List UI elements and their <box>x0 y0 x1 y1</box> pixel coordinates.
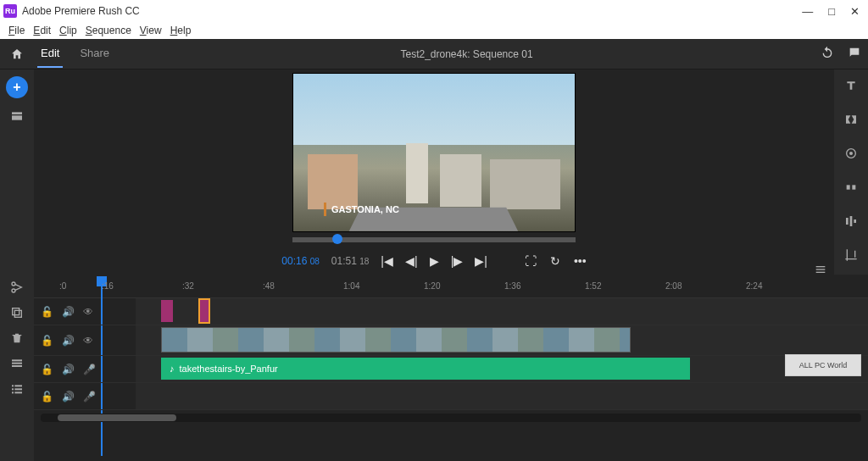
window-maximize[interactable]: □ <box>828 5 835 18</box>
track-lock-button[interactable]: 🔓 <box>41 335 53 347</box>
audio-clip[interactable]: ♪ takethestairs-by_Panfur <box>161 358 690 380</box>
svg-rect-21 <box>12 388 14 390</box>
track-mic-button[interactable]: 🎤 <box>83 364 96 375</box>
track-body-video[interactable] <box>136 325 868 355</box>
transitions-button[interactable] <box>842 110 860 129</box>
track-display-button[interactable] <box>8 356 26 371</box>
titles-button[interactable] <box>842 76 860 95</box>
track-body-title[interactable] <box>136 298 868 325</box>
menu-clip[interactable]: Clip <box>56 25 81 36</box>
total-time: 01:51 18 <box>331 255 370 267</box>
app-title: Adobe Premiere Rush CC <box>22 5 140 17</box>
timeline-ruler[interactable]: :0 :16 :32 :48 1:04 1:20 1:36 1:52 2:08 … <box>34 275 868 298</box>
step-forward-button[interactable]: |▶ <box>451 254 464 268</box>
track-mute-button[interactable]: 🔊 <box>62 391 75 403</box>
track-body-audio[interactable]: ♪ takethestairs-by_Panfur <box>136 356 868 382</box>
ruler-tick: 2:08 <box>665 281 682 291</box>
title-clip-1[interactable] <box>161 300 173 322</box>
delete-button[interactable] <box>8 330 26 346</box>
track-visibility-button[interactable]: 👁 <box>83 335 93 347</box>
track-mic-button[interactable]: 🎤 <box>83 391 96 403</box>
timeline-panel: :0 :16 :32 :48 1:04 1:20 1:36 1:52 2:08 … <box>0 275 868 461</box>
program-monitor: GASTONIA, NC 00:16 08 01:51 18 |◀ ◀| ▶ |… <box>34 69 834 275</box>
menu-edit[interactable]: Edit <box>30 25 54 36</box>
track-mute-button[interactable]: 🔊 <box>62 335 75 347</box>
transform-button[interactable] <box>842 246 860 264</box>
scrub-playhead[interactable] <box>332 234 342 244</box>
menu-file[interactable]: File <box>5 25 28 36</box>
duplicate-icon <box>10 306 24 319</box>
timeline-tracks: 🔓 🔊 👁 🔓 🔊 👁 <box>34 298 868 461</box>
svg-point-3 <box>849 152 853 155</box>
svg-rect-15 <box>14 310 21 317</box>
undo-icon <box>821 46 834 59</box>
go-to-start-button[interactable]: |◀ <box>381 254 393 268</box>
speed-button[interactable] <box>842 178 860 197</box>
play-button[interactable]: ▶ <box>430 254 439 268</box>
tab-edit[interactable]: Edit <box>37 40 63 68</box>
track-lock-button[interactable]: 🔓 <box>41 306 53 318</box>
svg-rect-18 <box>12 365 22 367</box>
panel-icon <box>10 109 24 123</box>
svg-rect-7 <box>850 216 853 226</box>
menu-view[interactable]: View <box>136 25 165 36</box>
more-options-button[interactable]: ••• <box>574 254 587 268</box>
color-button[interactable] <box>842 144 860 163</box>
svg-rect-19 <box>12 385 14 386</box>
svg-rect-23 <box>12 392 14 393</box>
window-minimize[interactable]: — <box>802 5 813 18</box>
add-media-button[interactable]: + <box>6 76 28 98</box>
audio-panel-icon <box>844 214 858 228</box>
undo-button[interactable] <box>821 46 834 63</box>
track-lock-button[interactable]: 🔓 <box>41 391 53 403</box>
go-to-end-button[interactable]: ▶| <box>475 254 487 268</box>
track-video: 🔓 🔊 👁 <box>34 325 868 356</box>
track-visibility-button[interactable]: 👁 <box>83 306 93 318</box>
scrub-bar[interactable] <box>292 237 576 242</box>
music-note-icon: ♪ <box>170 364 175 374</box>
ruler-tick: 1:20 <box>424 281 440 291</box>
svg-rect-5 <box>852 185 855 189</box>
step-back-button[interactable]: ◀| <box>405 254 418 268</box>
tab-share[interactable]: Share <box>76 40 113 68</box>
track-mute-button[interactable]: 🔊 <box>62 306 75 318</box>
duplicate-button[interactable] <box>8 305 26 320</box>
transition-icon <box>844 113 858 126</box>
timeline-scrollbar[interactable] <box>41 414 861 422</box>
title-clip-2-selected[interactable] <box>200 300 209 322</box>
home-button[interactable] <box>7 47 27 61</box>
list-icon <box>10 382 24 396</box>
home-icon <box>10 47 24 61</box>
menu-help[interactable]: Help <box>167 25 195 36</box>
video-clip[interactable] <box>161 327 631 353</box>
svg-rect-16 <box>12 359 22 361</box>
video-preview[interactable]: GASTONIA, NC <box>292 73 576 232</box>
timeline-main: :0 :16 :32 :48 1:04 1:20 1:36 1:52 2:08 … <box>34 275 868 461</box>
scrollbar-thumb[interactable] <box>58 414 176 421</box>
comments-button[interactable] <box>848 46 861 63</box>
audio-button[interactable] <box>842 212 860 230</box>
window-close[interactable]: ✕ <box>850 5 860 18</box>
svg-point-12 <box>12 282 15 286</box>
svg-rect-1 <box>12 115 22 119</box>
svg-rect-4 <box>847 185 850 189</box>
svg-point-13 <box>12 289 15 292</box>
track-audio-1: 🔓 🔊 🎤 ♪ takethestairs-by_Panfur <box>34 356 868 383</box>
window-titlebar: Ru Adobe Premiere Rush CC — □ ✕ <box>0 0 868 22</box>
ruler-tick: :32 <box>182 281 194 291</box>
project-panel-button[interactable] <box>8 108 26 124</box>
content-area: + GASTONIA, NC 00:1 <box>0 69 868 275</box>
menu-sequence[interactable]: Sequence <box>82 25 135 36</box>
loop-button[interactable]: ↻ <box>550 254 560 268</box>
track-mute-button[interactable]: 🔊 <box>62 364 75 375</box>
track-lock-button[interactable]: 🔓 <box>41 364 53 375</box>
fullscreen-button[interactable]: ⛶ <box>525 254 537 268</box>
track-list-button[interactable] <box>8 381 26 397</box>
ruler-tick: 2:24 <box>746 281 762 291</box>
scissors-button[interactable] <box>8 280 26 295</box>
svg-rect-24 <box>14 392 22 393</box>
svg-rect-11 <box>816 272 826 273</box>
ruler-tick: :48 <box>263 281 275 291</box>
svg-rect-20 <box>14 385 22 386</box>
track-body-audio-2[interactable] <box>136 383 868 409</box>
